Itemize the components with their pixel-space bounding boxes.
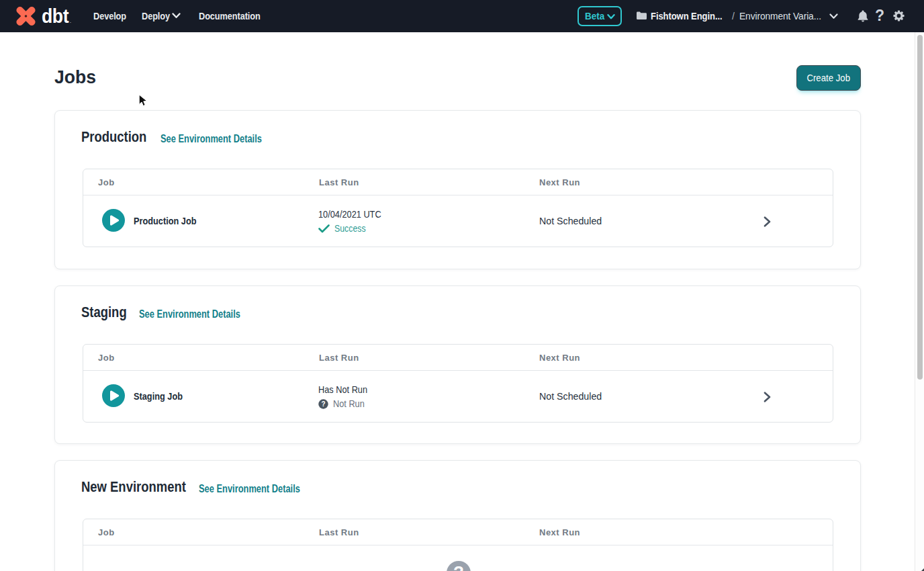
svg-text:?: ? [321,400,325,408]
